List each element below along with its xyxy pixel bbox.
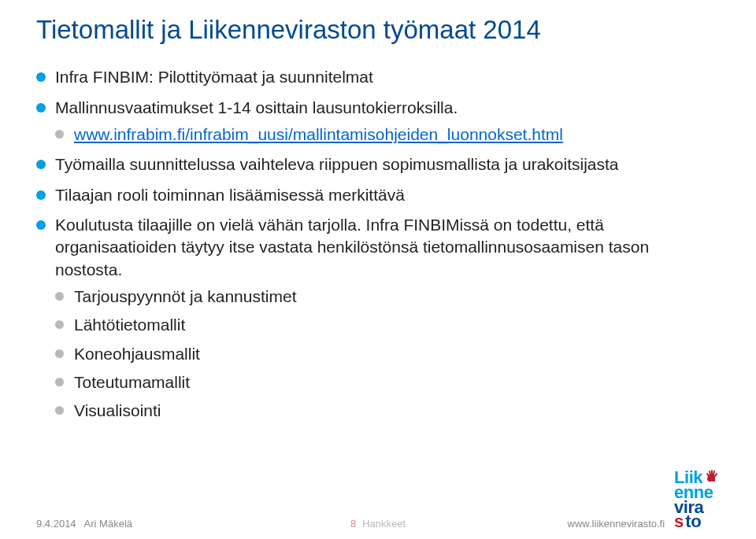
sublist-item: www.infrabim.fi/infrabim_uusi/mallintami… <box>55 124 720 146</box>
sublist-item: Koneohjausmallit <box>55 343 720 365</box>
sublist-text: Lähtötietomallit <box>74 316 185 334</box>
footer-left: 9.4.2014 Ari Mäkelä <box>36 518 132 530</box>
list-item: Mallinnusvaatimukset 1-14 osittain lausu… <box>36 97 720 146</box>
page-title: Tietomallit ja Liikenneviraston työmaat … <box>36 16 720 44</box>
logo-text: s <box>674 515 684 530</box>
bullet-list: Infra FINBIM: Pilottityömaat ja suunnite… <box>36 66 720 422</box>
sublist: Tarjouspyynnöt ja kannustimet Lähtötieto… <box>55 286 720 423</box>
page-number: 8 <box>350 518 356 530</box>
footer: 9.4.2014 Ari Mäkelä 8 Hankkeet www.liike… <box>0 469 756 530</box>
list-text: Työmailla suunnittelussa vaihteleva riip… <box>55 155 619 173</box>
list-text: Infra FINBIM: Pilottityömaat ja suunnite… <box>55 68 373 86</box>
sublist-text: Koneohjausmallit <box>74 345 200 363</box>
logo-text: to <box>685 515 701 530</box>
sublist-item: Toteutumamallit <box>55 371 720 393</box>
footer-section: Hankkeet <box>362 518 406 530</box>
liikennevirasto-logo: Liik enne vira sto <box>674 469 720 530</box>
sublist-item: Lähtötietomallit <box>55 314 720 336</box>
infrabim-link[interactable]: www.infrabim.fi/infrabim_uusi/mallintami… <box>74 125 563 143</box>
sublist: www.infrabim.fi/infrabim_uusi/mallintami… <box>55 124 720 146</box>
list-item: Työmailla suunnittelussa vaihteleva riip… <box>36 153 720 175</box>
footer-center: 8 Hankkeet <box>350 518 406 530</box>
list-item: Tilaajan rooli toiminnan lisäämisessä me… <box>36 184 720 206</box>
list-item: Koulutusta tilaajille on vielä vähän tar… <box>36 214 720 423</box>
sublist-item: Tarjouspyynnöt ja kannustimet <box>55 286 720 308</box>
list-text: Koulutusta tilaajille on vielä vähän tar… <box>55 216 649 279</box>
sublist-text: Toteutumamallit <box>74 373 190 391</box>
sublist-item: Visualisointi <box>55 400 720 422</box>
list-item: Infra FINBIM: Pilottityömaat ja suunnite… <box>36 66 720 88</box>
footer-author: Ari Mäkelä <box>84 518 132 530</box>
list-text: Tilaajan rooli toiminnan lisäämisessä me… <box>55 186 405 204</box>
footer-date: 9.4.2014 <box>36 518 76 530</box>
sublist-text: Tarjouspyynnöt ja kannustimet <box>74 287 297 305</box>
footer-url: www.liikennevirasto.fi <box>568 518 665 530</box>
footer-right: www.liikennevirasto.fi Liik enne vira <box>568 469 720 530</box>
list-text: Mallinnusvaatimukset 1-14 osittain lausu… <box>55 98 458 116</box>
sublist-text: Visualisointi <box>74 401 161 419</box>
